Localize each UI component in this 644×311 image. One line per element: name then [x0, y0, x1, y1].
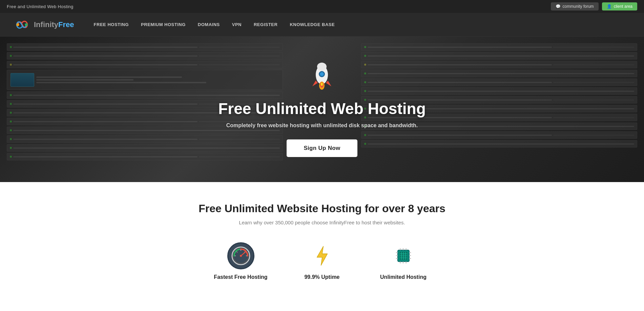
client-area-button[interactable]: 👤 client area — [602, 2, 637, 10]
logo-infinity-text: Infinity — [34, 20, 58, 29]
svg-marker-6 — [312, 81, 318, 86]
speedometer-icon — [231, 246, 251, 266]
nav-link-vpn[interactable]: VPN — [226, 13, 248, 37]
navbar: InfinityFree FREE HOSTING PREMIUM HOSTIN… — [0, 13, 644, 37]
hero-section: Free Unlimited Web Hosting Completely fr… — [0, 37, 644, 182]
speed-icon-wrap — [227, 242, 254, 269]
feature-label-fastest: Fastest Free Hosting — [214, 274, 267, 280]
svg-rect-34 — [406, 262, 407, 263]
top-bar-actions: 💬 community forum 👤 client area — [551, 2, 637, 10]
signup-button[interactable]: Sign Up Now — [287, 139, 357, 157]
chip-icon — [393, 246, 414, 266]
feature-label-unlimited: Unlimited Hosting — [380, 274, 427, 280]
forum-icon: 💬 — [556, 4, 561, 9]
rack-unit — [361, 52, 637, 60]
svg-point-3 — [317, 63, 327, 71]
svg-rect-36 — [396, 255, 397, 256]
nav-item-premium-hosting: PREMIUM HOSTING — [135, 13, 192, 37]
features-subtitle: Learn why over 350,000 people choose Inf… — [14, 220, 630, 225]
nav-item-vpn: VPN — [226, 13, 248, 37]
hero-title: Free Unlimited Web Hosting — [218, 99, 426, 118]
svg-marker-7 — [326, 81, 331, 86]
client-label: client area — [614, 4, 632, 9]
svg-marker-20 — [317, 246, 327, 266]
svg-point-10 — [321, 83, 323, 86]
nav-link-domains[interactable]: DOMAINS — [192, 13, 226, 37]
feature-card-fastest: Fastest Free Hosting — [214, 242, 268, 280]
svg-rect-38 — [409, 252, 411, 253]
features-section: Free Unlimited Website Hosting for over … — [0, 182, 644, 294]
logo-free-text: Free — [58, 20, 74, 29]
svg-rect-32 — [399, 262, 400, 263]
feature-card-uptime: 99.9% Uptime — [295, 242, 349, 280]
top-bar: Free and Unlimited Web Hosting 💬 communi… — [0, 0, 644, 13]
svg-point-0 — [16, 23, 19, 26]
svg-rect-37 — [396, 258, 397, 259]
nav-link-knowledge-base[interactable]: KNOWLEDGE BASE — [284, 13, 341, 37]
svg-rect-31 — [406, 248, 407, 250]
rack-unit — [361, 43, 637, 51]
top-bar-title: Free and Unlimited Web Hosting — [7, 4, 74, 9]
features-title: Free Unlimited Website Hosting for over … — [14, 202, 630, 215]
svg-point-5 — [320, 72, 324, 76]
nav-item-knowledge-base: KNOWLEDGE BASE — [284, 13, 341, 37]
feature-card-unlimited: Unlimited Hosting — [376, 242, 431, 280]
svg-rect-39 — [409, 255, 411, 256]
forum-label: community forum — [563, 4, 594, 9]
nav-link-free-hosting[interactable]: FREE HOSTING — [88, 13, 135, 37]
nav-links: FREE HOSTING PREMIUM HOSTING DOMAINS VPN… — [88, 13, 341, 37]
rack-unit — [7, 43, 283, 51]
feature-label-uptime: 99.9% Uptime — [304, 274, 339, 280]
logo-text: InfinityFree — [34, 20, 74, 29]
svg-rect-30 — [402, 248, 403, 250]
nav-item-register: REGISTER — [248, 13, 284, 37]
svg-rect-29 — [399, 248, 400, 250]
infinity-logo-icon — [14, 20, 30, 30]
svg-rect-35 — [396, 252, 397, 253]
nav-link-register[interactable]: REGISTER — [248, 13, 284, 37]
client-icon: 👤 — [607, 4, 612, 9]
nav-item-domains: DOMAINS — [192, 13, 226, 37]
svg-rect-33 — [402, 262, 403, 263]
hero-subtitle: Completely free website hosting with unl… — [226, 123, 418, 129]
rocket-icon — [308, 62, 335, 96]
community-forum-button[interactable]: 💬 community forum — [551, 2, 599, 10]
lightning-icon — [313, 246, 331, 266]
features-cards: Fastest Free Hosting 99.9% Uptime — [14, 242, 630, 280]
logo-link[interactable]: InfinityFree — [14, 20, 74, 30]
svg-rect-40 — [409, 258, 411, 259]
unlimited-icon-wrap — [390, 242, 417, 269]
uptime-icon-wrap — [309, 242, 336, 269]
nav-item-free-hosting: FREE HOSTING — [88, 13, 135, 37]
nav-link-premium-hosting[interactable]: PREMIUM HOSTING — [135, 13, 192, 37]
svg-point-19 — [240, 255, 242, 257]
rack-screen — [11, 73, 34, 87]
rack-unit — [7, 52, 283, 60]
hero-content: Free Unlimited Web Hosting Completely fr… — [218, 62, 426, 157]
svg-point-1 — [25, 23, 27, 26]
